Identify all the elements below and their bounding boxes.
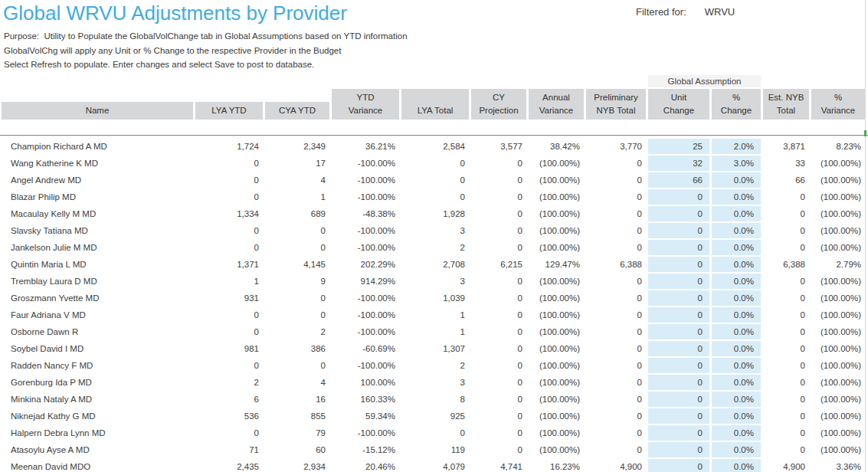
cell-ytd_variance: -100.00% — [332, 155, 399, 172]
cell-annual_variance: (100.00%) — [529, 290, 584, 306]
cell-unit_change[interactable]: 0 — [648, 324, 709, 339]
cell-unit_change[interactable]: 0 — [648, 223, 709, 238]
cell-pct_change[interactable]: 0.0% — [712, 206, 761, 221]
cell-lya_ytd: 0 — [195, 239, 263, 256]
cell-annual_variance: (100.00%) — [529, 188, 584, 205]
cell-cya_ytd: 79 — [265, 424, 329, 441]
cell-preliminary_nyb_total: 6,388 — [586, 256, 646, 273]
cell-name: Groszmann Yvette MD — [2, 290, 193, 306]
cell-cy_projection: 0 — [471, 424, 526, 441]
cell-unit_change[interactable]: 0 — [648, 442, 709, 457]
cell-cya_ytd: 0 — [265, 357, 329, 374]
cell-lya_ytd: 0 — [195, 222, 263, 239]
table-row: Quintin Maria L MD1,3714,145202.29%2,708… — [2, 256, 865, 273]
column-header-cy_projection: CYProjection — [471, 89, 526, 120]
cell-cya_ytd: 60 — [265, 441, 329, 458]
purpose-line-3: Select Refresh to populate. Enter change… — [4, 57, 868, 72]
cell-pct_change[interactable]: 0.0% — [712, 274, 761, 289]
cell-pct_change[interactable]: 0.0% — [712, 172, 761, 188]
cell-pct_change[interactable]: 0.0% — [712, 341, 761, 356]
cell-unit_change[interactable]: 0 — [648, 341, 709, 356]
cell-preliminary_nyb_total: 0 — [586, 340, 646, 357]
cell-pct_change[interactable]: 3.0% — [712, 156, 761, 171]
column-header-unit_change: UnitChange — [648, 89, 709, 120]
cell-pct_change[interactable]: 0.0% — [712, 425, 761, 441]
cell-est_nyb_total: 0 — [763, 374, 809, 391]
cell-cy_projection: 0 — [471, 188, 526, 205]
cell-cya_ytd: 2,934 — [265, 458, 329, 472]
cell-unit_change[interactable]: 0 — [648, 392, 709, 407]
cell-preliminary_nyb_total: 4,900 — [586, 458, 646, 472]
filter-label: Filtered for: — [636, 6, 686, 18]
cell-pct_change[interactable]: 0.0% — [712, 358, 761, 373]
cell-ytd_variance: 160.33% — [332, 391, 399, 408]
cell-unit_change[interactable]: 25 — [648, 139, 709, 154]
cell-pct_variance: (100.00%) — [811, 340, 865, 357]
cell-pct_change[interactable]: 0.0% — [712, 189, 761, 205]
table-row: Champion Richard A MD1,7242,34936.21%2,5… — [2, 138, 865, 155]
cell-lya_ytd: 2 — [195, 374, 263, 391]
cell-pct_change[interactable]: 0.0% — [712, 257, 761, 272]
cell-pct_change[interactable]: 0.0% — [712, 324, 761, 339]
cell-name: Meenan David MDO — [2, 458, 193, 472]
cell-pct_change[interactable]: 0.0% — [712, 290, 761, 306]
cell-est_nyb_total: 0 — [763, 340, 809, 357]
cell-unit_change[interactable]: 32 — [648, 156, 709, 171]
cell-unit_change[interactable]: 0 — [648, 290, 709, 306]
cell-pct_change[interactable]: 0.0% — [712, 375, 761, 390]
cell-pct_change[interactable]: 0.0% — [712, 307, 761, 323]
cell-pct_variance: (100.00%) — [811, 172, 865, 188]
cell-pct_change[interactable]: 0.0% — [712, 392, 761, 407]
cell-unit_change[interactable]: 0 — [648, 408, 709, 424]
cell-unit_change[interactable]: 0 — [648, 206, 709, 221]
cell-cy_projection: 0 — [471, 340, 526, 357]
cell-ytd_variance: -100.00% — [332, 222, 399, 239]
cell-est_nyb_total: 3,871 — [763, 138, 809, 155]
cell-name: Macaulay Kelly M MD — [2, 205, 193, 222]
cell-cya_ytd: 0 — [265, 239, 329, 256]
cell-est_nyb_total: 0 — [763, 441, 809, 458]
cell-preliminary_nyb_total: 0 — [586, 408, 646, 424]
cell-ytd_variance: -60.69% — [332, 340, 399, 357]
cell-preliminary_nyb_total: 0 — [586, 155, 646, 172]
cell-annual_variance: (100.00%) — [529, 340, 584, 357]
cell-unit_change[interactable]: 0 — [648, 240, 709, 255]
cell-cya_ytd: 4,145 — [265, 256, 329, 273]
cell-est_nyb_total: 0 — [763, 323, 809, 340]
cell-unit_change[interactable]: 0 — [648, 307, 709, 323]
cell-pct_change[interactable]: 2.0% — [712, 139, 761, 154]
cell-unit_change[interactable]: 0 — [648, 189, 709, 205]
cell-pct_change[interactable]: 0.0% — [712, 459, 761, 472]
cell-name: Blazar Philip MD — [2, 188, 193, 205]
table-row: Groszmann Yvette MD9310-100.00%1,0390(10… — [2, 290, 865, 306]
cell-ytd_variance: -100.00% — [332, 188, 399, 205]
cell-annual_variance: (100.00%) — [529, 172, 584, 188]
cell-unit_change[interactable]: 0 — [648, 375, 709, 390]
cell-ytd_variance: 59.34% — [332, 408, 399, 424]
cell-unit_change[interactable]: 0 — [648, 425, 709, 441]
cell-name: Osborne Dawn R — [2, 323, 193, 340]
cell-unit_change[interactable]: 0 — [648, 358, 709, 373]
filter-indicator: Filtered for:WRVU — [636, 6, 735, 18]
cell-preliminary_nyb_total: 0 — [586, 273, 646, 290]
cell-lya_ytd: 6 — [195, 391, 263, 408]
cell-pct_change[interactable]: 0.0% — [712, 408, 761, 424]
cell-unit_change[interactable]: 0 — [648, 459, 709, 472]
group-header-global-assumption: Global Assumption — [648, 75, 761, 87]
cell-lya_total: 1,039 — [401, 290, 469, 306]
cell-pct_variance: (100.00%) — [811, 222, 865, 239]
table-row: Blazar Philip MD01-100.00%00(100.00%)000… — [2, 188, 865, 205]
cell-annual_variance: (100.00%) — [529, 374, 584, 391]
cell-lya_total: 1 — [401, 306, 469, 323]
column-header-pct_variance: %Variance — [811, 89, 865, 120]
cell-cy_projection: 0 — [471, 273, 526, 290]
cell-pct_change[interactable]: 0.0% — [712, 442, 761, 457]
cell-lya_ytd: 1,334 — [195, 205, 263, 222]
table-row: Gorenburg Ida P MD24100.00%30(100.00%)00… — [2, 374, 865, 391]
cell-name: Atasoylu Ayse A MD — [2, 441, 193, 458]
cell-unit_change[interactable]: 0 — [648, 257, 709, 272]
cell-pct_change[interactable]: 0.0% — [712, 223, 761, 238]
cell-pct_change[interactable]: 0.0% — [712, 240, 761, 255]
cell-unit_change[interactable]: 66 — [648, 172, 709, 188]
cell-unit_change[interactable]: 0 — [648, 274, 709, 289]
